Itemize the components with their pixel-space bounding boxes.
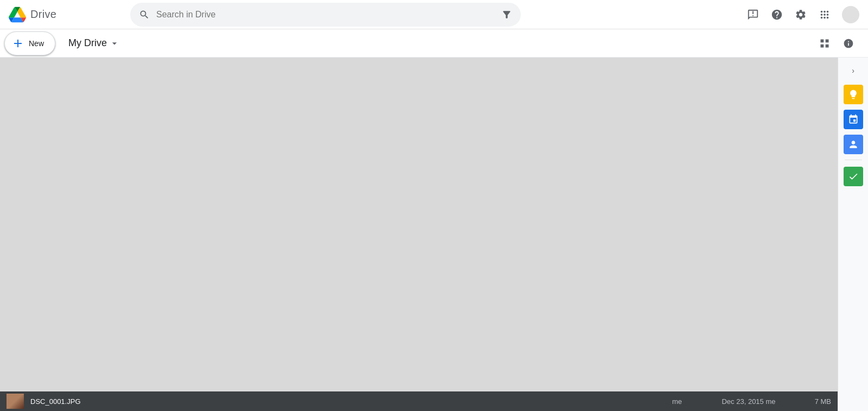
chevron-down-icon [109, 38, 120, 49]
file-size: 7 MB [799, 397, 831, 406]
main-content: DSC_0001.JPG me Dec 23, 2015 me 7 MB [0, 58, 838, 411]
file-owner: me [655, 397, 699, 406]
panel-separator [845, 160, 862, 160]
plus-icon [11, 37, 24, 50]
resize-icon: › [852, 66, 854, 75]
google-apps-button[interactable] [814, 4, 835, 26]
header: Drive [0, 0, 868, 29]
file-name: DSC_0001.JPG [30, 397, 649, 406]
content-wrapper: DSC_0001.JPG me Dec 23, 2015 me 7 MB › [0, 58, 868, 411]
panel-resize-handle[interactable]: › [849, 62, 858, 79]
filter-icon[interactable] [501, 9, 512, 20]
drive-logo-icon [9, 6, 26, 23]
header-actions [742, 4, 859, 26]
app-title: Drive [30, 8, 56, 21]
new-button-label: New [29, 39, 44, 48]
settings-button[interactable] [790, 4, 812, 26]
help-button[interactable] [766, 4, 788, 26]
new-button[interactable]: New [4, 31, 55, 55]
details-button[interactable] [838, 33, 859, 54]
file-upload-bar: DSC_0001.JPG me Dec 23, 2015 me 7 MB [0, 391, 838, 411]
panel-app-calendar[interactable] [844, 110, 863, 129]
user-avatar[interactable] [842, 6, 859, 23]
toolbar-right [814, 33, 859, 54]
search-container [130, 3, 521, 27]
file-date: Dec 23, 2015 me [705, 397, 792, 406]
my-drive-label: My Drive [68, 37, 107, 49]
my-drive-breadcrumb[interactable]: My Drive [68, 37, 120, 49]
search-icon [139, 9, 150, 20]
search-bar[interactable] [130, 3, 521, 27]
logo-area: Drive [9, 6, 117, 23]
panel-app-keep[interactable] [844, 85, 863, 104]
file-thumbnail [7, 394, 24, 409]
panel-app-tasks[interactable] [844, 167, 863, 186]
right-panel: › [838, 58, 868, 411]
grid-view-button[interactable] [814, 33, 835, 54]
toolbar: New My Drive [0, 29, 868, 58]
search-input[interactable] [156, 10, 495, 20]
panel-app-contacts[interactable] [844, 135, 863, 154]
feedback-button[interactable] [742, 4, 764, 26]
